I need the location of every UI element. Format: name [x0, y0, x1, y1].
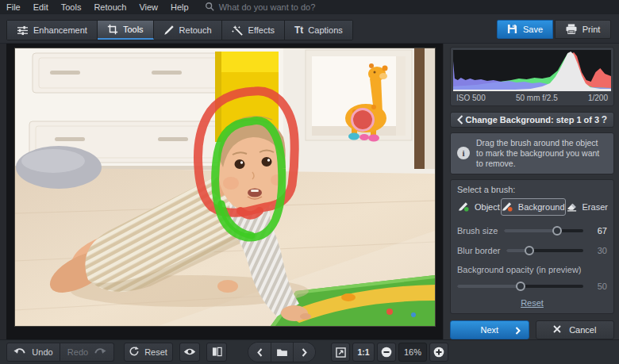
floppy-icon [507, 24, 517, 36]
blur-border-value: 30 [590, 246, 607, 255]
before-after-button[interactable] [206, 343, 227, 362]
wizard-title: Change Background: step 1 of 3 [463, 115, 602, 125]
blur-border-label: Blur border [457, 246, 500, 255]
eraser-label: Eraser [582, 202, 608, 212]
wizard-header: Change Background: step 1 of 3 ? [450, 112, 614, 128]
minus-icon [381, 347, 392, 358]
eye-icon [183, 347, 196, 358]
photo-editor-window: File Edit Tools Retouch View Help What d… [0, 0, 619, 364]
undo-label: Undo [32, 347, 52, 357]
zoom-out-button[interactable] [377, 343, 396, 362]
info-box: i Drag the brush around the object to ma… [450, 132, 614, 174]
tab-retouch[interactable]: Retouch [154, 21, 222, 40]
search-icon [205, 2, 214, 13]
bg-opacity-label: Background opacity (in preview) [457, 265, 607, 274]
photo-image[interactable] [15, 48, 435, 326]
tab-tools[interactable]: Tools [98, 21, 154, 40]
search-input[interactable]: What do you want to do? [219, 2, 316, 12]
tab-bar: Enhancement Tools Retouch Effects [0, 14, 619, 44]
menu-retouch[interactable]: Retouch [94, 2, 126, 12]
bg-opacity-slider-thumb[interactable] [516, 282, 525, 291]
right-sidebar: ISO 500 50 mm f/2.5 1/200 Change Backgro… [443, 44, 619, 339]
cushion [16, 146, 102, 189]
reset-button[interactable]: Reset [124, 343, 173, 362]
doorway [414, 48, 425, 169]
background-brush-button[interactable]: Background [501, 198, 566, 216]
brush-size-slider-thumb[interactable] [552, 226, 562, 236]
object-brush-label: Object [475, 202, 500, 212]
tab-captions[interactable]: Tt Captions [285, 21, 352, 40]
menu-view[interactable]: View [139, 2, 158, 12]
histogram-chart [453, 50, 611, 91]
eraser-button[interactable]: Eraser [566, 198, 609, 216]
fit-to-screen-button[interactable] [331, 343, 350, 362]
brush-size-slider[interactable] [504, 229, 583, 232]
info-icon: i [457, 147, 470, 159]
bg-opacity-slider[interactable] [457, 285, 583, 288]
red-scribble-tail [240, 211, 260, 216]
menu-edit[interactable]: Edit [33, 2, 48, 12]
door-frame [425, 48, 435, 169]
blur-border-slider-thumb[interactable] [525, 246, 534, 255]
next-button[interactable]: Next [450, 320, 529, 339]
tab-label: Effects [248, 25, 275, 35]
file-navigation-group [248, 342, 316, 362]
menu-bar: File Edit Tools Retouch View Help What d… [0, 0, 619, 14]
crop-icon [107, 24, 118, 35]
previous-photo-button[interactable] [248, 343, 271, 362]
save-button[interactable]: Save [497, 20, 553, 39]
undo-icon [13, 347, 26, 358]
object-brush-button[interactable]: Object [457, 198, 501, 216]
chevron-left-icon [257, 348, 263, 357]
cancel-label: Cancel [569, 325, 596, 335]
preview-original-button[interactable] [179, 343, 200, 362]
undo-button[interactable]: Undo [6, 343, 60, 362]
photo-canvas[interactable] [0, 44, 443, 339]
folder-icon [276, 348, 288, 357]
save-label: Save [523, 25, 543, 34]
lens-value: 50 mm f/2.5 [516, 94, 558, 102]
chevron-right-icon [515, 327, 521, 335]
print-button[interactable]: Print [555, 20, 611, 39]
next-photo-button[interactable] [293, 343, 315, 362]
tab-label: Retouch [179, 25, 212, 35]
iso-value: ISO 500 [456, 94, 486, 102]
zoom-level[interactable]: 16% [398, 343, 427, 362]
brush-icon [163, 25, 175, 36]
back-button[interactable] [457, 115, 463, 125]
tab-effects[interactable]: Effects [222, 21, 285, 40]
open-folder-button[interactable] [271, 343, 293, 362]
cancel-button[interactable]: Cancel [536, 320, 615, 339]
reset-icon [129, 347, 139, 358]
menu-help[interactable]: Help [171, 2, 189, 12]
tab-enhancement[interactable]: Enhancement [7, 21, 98, 40]
sliders-icon [17, 25, 29, 36]
eraser-icon [567, 201, 578, 213]
fit-screen-icon [336, 347, 346, 358]
tab-label: Tools [123, 25, 144, 34]
zoom-in-button[interactable] [429, 343, 448, 362]
background-brush-label: Background [518, 202, 565, 212]
magic-wand-icon [232, 25, 244, 36]
reset-label: Reset [144, 347, 167, 357]
redo-button[interactable]: Redo [60, 343, 114, 362]
help-button[interactable]: ? [602, 114, 607, 125]
actual-size-button[interactable]: 1:1 [352, 343, 375, 362]
printer-icon [566, 24, 577, 36]
blur-border-slider[interactable] [506, 249, 583, 252]
redo-label: Redo [67, 347, 88, 357]
menu-tools[interactable]: Tools [61, 2, 82, 12]
close-icon [553, 325, 561, 335]
tab-label: Captions [308, 25, 342, 35]
select-brush-label: Select a brush: [457, 185, 607, 194]
object-brush-icon [458, 201, 470, 213]
search-box[interactable]: What do you want to do? [205, 2, 316, 13]
reset-link[interactable]: Reset [457, 298, 607, 308]
brush-size-value: 67 [590, 226, 607, 236]
brush-panel: Select a brush: Object Background [450, 179, 614, 314]
captions-icon: Tt [294, 25, 303, 36]
shutter-value: 1/200 [588, 94, 608, 102]
menu-file[interactable]: File [6, 2, 21, 12]
info-text: Drag the brush around the object to mark… [476, 138, 607, 169]
brush-size-label: Brush size [457, 226, 498, 236]
